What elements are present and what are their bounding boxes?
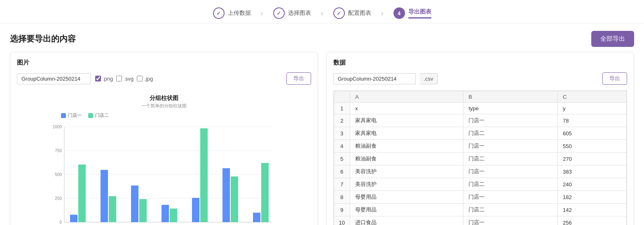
cell-c-8: 142	[558, 204, 627, 216]
chart-subtitle: 一个简单的分组柱状图	[49, 103, 279, 109]
bar-3-2	[139, 199, 147, 222]
panels-container: 图片 .png .svg .jpg 导出	[0, 52, 644, 225]
chart-svg: 0 250 500 750 1000	[49, 122, 279, 225]
checkbox-svg-label: .svg	[124, 76, 133, 82]
bar-2-1	[101, 170, 108, 222]
col-header-num	[334, 91, 350, 103]
bar-5-2	[200, 128, 208, 222]
image-panel: 图片 .png .svg .jpg 导出	[10, 52, 318, 225]
checkbox-svg-input[interactable]	[116, 76, 122, 81]
svg-text:250: 250	[55, 196, 62, 201]
checkbox-svg[interactable]: .svg	[116, 76, 133, 82]
format-checkbox-group: .png .svg .jpg	[95, 76, 153, 82]
checkbox-png[interactable]: .png	[95, 76, 113, 82]
step-label-select: 选择图表	[288, 9, 311, 17]
cell-b-0: type	[464, 103, 558, 114]
row-num-8: 9	[334, 204, 350, 216]
cell-b-7: 门店一	[464, 191, 558, 204]
row-num-3: 4	[334, 140, 350, 153]
step-export-chart: 4 导出图表	[393, 7, 431, 19]
table-row: 10 进口食品 门店一 256	[334, 216, 627, 225]
data-filename-input[interactable]	[333, 73, 416, 84]
cell-a-5: 美容洗护	[350, 165, 463, 178]
data-panel: 数据 .csv 导出 A B C 1 x type y 2	[326, 52, 635, 225]
bar-4-1	[162, 205, 169, 222]
step-label-upload: 上传数据	[228, 9, 251, 17]
cell-a-4: 粮油副食	[350, 153, 463, 165]
col-header-c: C	[558, 91, 627, 103]
csv-label: .csv	[420, 73, 438, 84]
bar-7-2	[261, 163, 269, 222]
step-circle-config: ✓	[333, 7, 345, 19]
legend-store2: 门店二	[88, 112, 109, 118]
cell-c-2: 605	[558, 127, 627, 140]
row-num-9: 10	[334, 216, 350, 225]
legend-dot-store1	[61, 113, 66, 118]
step-label-config: 配置图表	[348, 9, 371, 17]
table-row: 9 母婴用品 门店二 142	[334, 204, 627, 216]
main-header: 选择要导出的内容 全部导出	[0, 23, 644, 52]
bar-1-1	[70, 215, 77, 222]
chart-wrapper: 分组柱状图 一个简单的分组柱状图 门店一 门店二 0	[49, 95, 279, 225]
table-row: 2 家具家电 门店一 78	[334, 114, 627, 127]
svg-text:0: 0	[59, 220, 62, 225]
checkbox-jpg[interactable]: .jpg	[137, 76, 153, 82]
data-panel-title: 数据	[333, 59, 628, 67]
image-filename-input[interactable]	[17, 73, 91, 84]
svg-text:750: 750	[55, 148, 62, 153]
data-panel-toolbar: .csv 导出	[333, 72, 628, 85]
bar-3-1	[131, 186, 138, 222]
cell-b-9: 门店一	[464, 216, 558, 225]
legend-dot-store2	[88, 113, 93, 118]
cell-c-3: 550	[558, 140, 627, 153]
step-circle-select: ✓	[273, 7, 285, 19]
row-num-6: 7	[334, 178, 350, 191]
row-num-7: 8	[334, 191, 350, 204]
export-all-button[interactable]: 全部导出	[591, 31, 634, 47]
cell-c-1: 78	[558, 114, 627, 127]
svg-text:1000: 1000	[53, 125, 62, 129]
cell-b-2: 门店二	[464, 127, 558, 140]
chart-legend: 门店一 门店二	[61, 112, 279, 118]
row-num-5: 6	[334, 165, 350, 178]
legend-label-store1: 门店一	[68, 112, 82, 118]
bar-2-2	[109, 196, 116, 222]
bar-4-2	[170, 209, 177, 222]
checkbox-jpg-label: .jpg	[144, 76, 153, 82]
cell-b-1: 门店一	[464, 114, 558, 127]
checkbox-jpg-input[interactable]	[137, 76, 143, 81]
cell-a-8: 母婴用品	[350, 204, 463, 216]
checkbox-png-input[interactable]	[95, 76, 101, 81]
table-row: 8 母婴用品 门店一 182	[334, 191, 627, 204]
checkbox-png-label: .png	[103, 76, 113, 82]
step-config-chart: ✓ 配置图表	[333, 7, 371, 19]
row-num-0: 1	[334, 103, 350, 114]
step-circle-export: 4	[393, 7, 405, 19]
data-table-wrapper[interactable]: A B C 1 x type y 2 家具家电 门店一 78 3 家具家电 门店…	[333, 90, 628, 225]
step-arrow-2: ›	[321, 9, 323, 18]
cell-a-2: 家具家电	[350, 127, 463, 140]
step-upload: ✓ 上传数据	[213, 7, 251, 19]
chart-title: 分组柱状图	[49, 95, 279, 102]
table-row: 6 美容洗护 门店一 383	[334, 165, 627, 178]
bar-7-1	[253, 213, 260, 222]
row-num-2: 3	[334, 127, 350, 140]
table-row: 5 粮油副食 门店二 270	[334, 153, 627, 165]
data-export-button[interactable]: 导出	[602, 72, 627, 85]
image-export-button[interactable]: 导出	[286, 72, 311, 85]
step-circle-upload: ✓	[213, 7, 225, 19]
cell-b-6: 门店二	[464, 178, 558, 191]
cell-c-5: 383	[558, 165, 627, 178]
cell-a-3: 粮油副食	[350, 140, 463, 153]
legend-label-store2: 门店二	[95, 112, 109, 118]
row-num-4: 5	[334, 153, 350, 165]
cell-c-9: 256	[558, 216, 627, 225]
table-row: 4 粮油副食 门店一 550	[334, 140, 627, 153]
cell-b-4: 门店二	[464, 153, 558, 165]
table-header-row: A B C	[334, 91, 627, 103]
step-arrow-1: ›	[261, 9, 263, 18]
bar-1-2	[78, 165, 86, 222]
cell-b-3: 门店一	[464, 140, 558, 153]
step-arrow-3: ›	[381, 9, 384, 18]
col-header-b: B	[464, 91, 558, 103]
